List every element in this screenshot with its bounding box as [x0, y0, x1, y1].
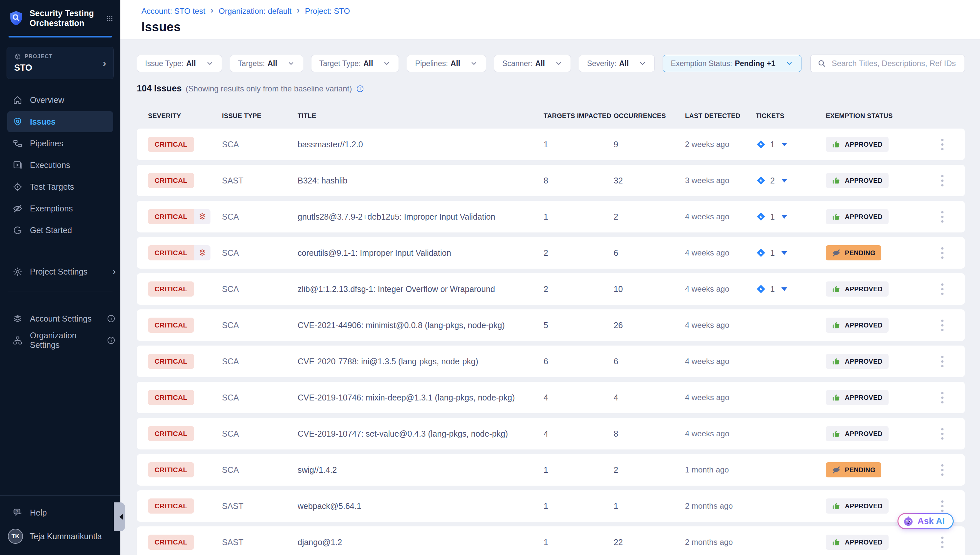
tickets-cell[interactable]: 1: [756, 212, 826, 222]
ask-ai-button[interactable]: Ask AI: [897, 513, 954, 529]
filter-severity[interactable]: Severity:All: [579, 55, 655, 72]
sidebar-item-project-settings[interactable]: Project Settings›: [0, 261, 120, 282]
user-profile[interactable]: TK Teja Kummarikuntla: [0, 524, 120, 555]
row-menu-kebab-icon[interactable]: [938, 353, 947, 370]
severity-badge: CRITICAL: [148, 535, 194, 550]
row-menu-kebab-icon[interactable]: [938, 209, 947, 225]
issue-title: CVE-2020-7788: ini@1.3.5 (lang-pkgs, nod…: [298, 357, 544, 366]
table-row[interactable]: CRITICALSASTdjango@1.21222 months agoAPP…: [137, 526, 965, 555]
severity-badge: CRITICAL: [148, 137, 194, 152]
targets-impacted-value: 2: [544, 284, 614, 294]
row-menu-kebab-icon[interactable]: [938, 245, 947, 261]
layers-red-icon: [198, 249, 207, 257]
occurrences-value: 6: [614, 357, 685, 366]
table-row[interactable]: CRITICALSCAcoreutils@9.1-1: Improper Inp…: [137, 237, 965, 269]
tickets-cell[interactable]: 1: [756, 139, 826, 149]
chevron-down-icon: [785, 59, 793, 67]
row-menu-kebab-icon[interactable]: [938, 534, 947, 551]
table-row[interactable]: CRITICALSCACVE-2019-10746: mixin-deep@1.…: [137, 382, 965, 413]
breadcrumb-separator: ›: [297, 5, 300, 16]
sidebar-item-pipelines[interactable]: Pipelines: [0, 133, 120, 154]
chevron-right-icon: ›: [103, 57, 106, 68]
breadcrumb-link-2[interactable]: Project: STO: [305, 6, 350, 16]
ticket-caret-down-icon[interactable]: [781, 179, 787, 183]
table-row[interactable]: CRITICALSCACVE-2021-44906: minimist@0.0.…: [137, 310, 965, 341]
sidebar-item-issues[interactable]: Issues: [7, 111, 113, 132]
table-row[interactable]: CRITICALSCACVE-2019-10747: set-value@0.4…: [137, 418, 965, 449]
thumb-up-icon: [832, 176, 841, 185]
severity-cell: CRITICAL: [148, 173, 222, 188]
sidebar-item-organization-settings[interactable]: Organization Settings: [0, 330, 120, 351]
row-menu-kebab-icon[interactable]: [938, 498, 947, 515]
sidebar-item-label: Exemptions: [30, 204, 73, 213]
last-detected-value: 4 weeks ago: [685, 212, 756, 221]
severity-cell: CRITICAL: [148, 462, 222, 477]
ticket-caret-down-icon[interactable]: [781, 251, 787, 255]
info-trailing[interactable]: [107, 314, 116, 323]
table-row[interactable]: CRITICALSASTwebpack@5.64.1112 months ago…: [137, 490, 965, 522]
filter-value: All: [619, 59, 629, 68]
sidebar-nav: OverviewIssuesPipelinesExecutionsTest Ta…: [0, 89, 120, 241]
exemption-status-cell: APPROVED: [826, 209, 931, 224]
chevron-down-icon: [638, 59, 646, 67]
tickets-cell[interactable]: 2: [756, 175, 826, 186]
table-row[interactable]: CRITICALSCAbassmaster//1.2.0192 weeks ag…: [137, 128, 965, 160]
project-selector[interactable]: PROJECT STO ›: [6, 47, 114, 79]
table-row[interactable]: CRITICALSASTB324: hashlib8323 weeks ago2…: [137, 165, 965, 196]
table-row[interactable]: CRITICALSCAgnutls28@3.7.9-2+deb12u5: Imp…: [137, 201, 965, 233]
table-row[interactable]: CRITICALSCACVE-2020-7788: ini@1.3.5 (lan…: [137, 346, 965, 377]
row-menu-kebab-icon[interactable]: [938, 317, 947, 334]
project-name: STO: [14, 63, 106, 73]
row-menu-kebab-icon[interactable]: [938, 389, 947, 406]
filter-scanner[interactable]: Scanner:All: [494, 55, 571, 72]
column-header-issue-type: ISSUE TYPE: [222, 112, 298, 120]
info-trailing[interactable]: [107, 336, 116, 345]
tickets-cell[interactable]: 1: [756, 248, 826, 258]
column-header-exemption-status: EXEMPTION STATUS: [826, 112, 931, 120]
row-menu-kebab-icon[interactable]: [938, 136, 947, 153]
module-grid-menu-icon[interactable]: [106, 13, 113, 24]
row-menu-kebab-icon[interactable]: [938, 462, 947, 478]
ticket-caret-down-icon[interactable]: [781, 215, 787, 219]
severity-cell: CRITICAL: [148, 535, 222, 550]
sidebar-item-overview[interactable]: Overview: [0, 90, 120, 111]
exemption-status-badge: APPROVED: [826, 137, 889, 152]
sidebar-collapse-handle[interactable]: [114, 502, 125, 531]
thumb-up-icon: [832, 537, 841, 547]
issue-type: SCA: [222, 284, 298, 294]
filter-exemption-status[interactable]: Exemption Status:Pending +1: [662, 55, 802, 72]
column-header-occurrences: OCCURRENCES: [614, 112, 685, 120]
ticket-count: 1: [770, 284, 775, 294]
breadcrumb-link-1[interactable]: Organization: default: [219, 6, 291, 16]
table-row[interactable]: CRITICALSCAzlib@1:1.2.13.dfsg-1: Integer…: [137, 273, 965, 305]
ask-ai-label: Ask AI: [917, 516, 945, 526]
severity-badge: CRITICAL: [148, 354, 194, 369]
row-menu-kebab-icon[interactable]: [938, 172, 947, 189]
search-input[interactable]: [832, 59, 958, 68]
filter-label: Scanner:: [502, 59, 533, 68]
row-menu-kebab-icon[interactable]: [938, 425, 947, 442]
filter-target-type[interactable]: Target Type:All: [311, 55, 399, 72]
filter-issue-type[interactable]: Issue Type:All: [137, 55, 222, 72]
issue-type: SAST: [222, 176, 298, 185]
occurrences-value: 32: [614, 176, 685, 185]
row-menu-kebab-icon[interactable]: [938, 281, 947, 298]
sidebar-item-test-targets[interactable]: Test Targets: [0, 176, 120, 197]
sidebar-item-get-started[interactable]: Get Started: [0, 220, 120, 241]
ticket-caret-down-icon[interactable]: [781, 287, 787, 291]
sidebar-item-account-settings[interactable]: Account Settings: [0, 308, 120, 329]
filter-targets[interactable]: Targets:All: [230, 55, 303, 72]
sidebar-item-help[interactable]: ? Help: [0, 501, 120, 524]
ticket-caret-down-icon[interactable]: [781, 143, 787, 146]
last-detected-value: 4 weeks ago: [685, 284, 756, 294]
filter-label: Severity:: [587, 59, 616, 68]
breadcrumb-separator: ›: [210, 5, 213, 16]
tickets-cell[interactable]: 1: [756, 284, 826, 294]
breadcrumb: Account: STO test›Organization: default›…: [141, 6, 980, 16]
sidebar-item-executions[interactable]: Executions: [0, 154, 120, 176]
info-icon[interactable]: [356, 85, 364, 93]
table-row[interactable]: CRITICALSCAswig//1.4.2121 month agoPENDI…: [137, 454, 965, 486]
breadcrumb-link-0[interactable]: Account: STO test: [141, 6, 205, 16]
sidebar-item-exemptions[interactable]: Exemptions: [0, 198, 120, 219]
filter-pipelines[interactable]: Pipelines:All: [407, 55, 486, 72]
